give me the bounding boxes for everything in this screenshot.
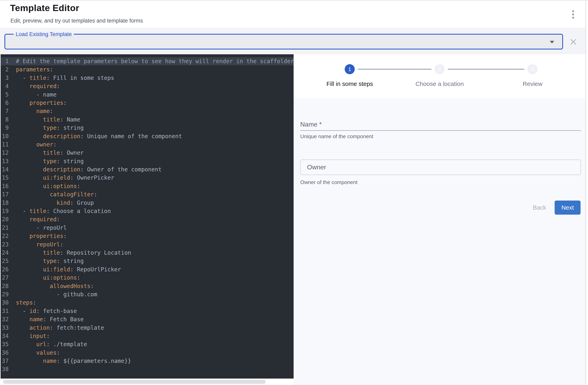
line-number: 20 [0,215,9,223]
line-number: 6 [0,99,9,107]
code-text: ui:field: RepoUrlPicker [16,265,121,274]
code-text: kind: Group [16,199,94,207]
name-helper-text: Unique name of the component [300,133,373,140]
code-line[interactable]: 36 values: [0,349,294,357]
more-options-button[interactable] [567,8,579,21]
scrollbar-thumb[interactable] [3,380,266,384]
step-1-indicator: 1 [345,64,355,74]
code-line[interactable]: 20 required: [0,215,294,223]
line-number: 36 [0,349,9,357]
code-line[interactable]: 17 catalogFilter: [0,190,294,198]
code-text: repoUrl: [16,240,63,249]
clear-template-button[interactable] [570,38,577,45]
window-right-border [586,0,586,385]
code-editor[interactable]: 1# Edit the template parameters below to… [0,54,294,379]
line-number: 9 [0,124,9,132]
code-line[interactable]: 21 - repoUrl [0,224,294,232]
code-line[interactable]: 35 url: ./template [0,340,294,348]
code-line[interactable]: 16 ui:options: [0,182,294,190]
code-text: name: Fetch Base [16,315,84,323]
code-line[interactable]: 3 - title: Fill in some steps [0,74,294,82]
line-number: 38 [0,365,9,373]
code-line[interactable]: 4 required: [0,82,294,90]
code-text: properties: [16,232,67,240]
code-text: description: Owner of the component [16,165,162,173]
line-number: 19 [0,207,9,215]
name-input[interactable]: Name * [300,118,581,133]
code-line[interactable]: 2parameters: [0,65,294,74]
code-text: type: string [16,124,84,132]
line-number: 16 [0,182,9,190]
code-line[interactable]: 5 - name [0,90,294,99]
line-number: 28 [0,282,9,290]
owner-combobox-label: Owner [307,160,326,175]
step-3-label: Review [523,81,542,87]
back-button[interactable]: Back [527,201,552,215]
code-line[interactable]: 38 [0,365,294,373]
code-line[interactable]: 33 action: fetch:template [0,324,294,332]
code-text: properties: [16,99,67,107]
horizontal-scrollbar[interactable] [0,379,294,385]
line-number: 13 [0,157,9,165]
owner-combobox[interactable]: Owner [300,160,581,175]
code-line[interactable]: 22 properties: [0,232,294,240]
code-line[interactable]: 25 type: string [0,257,294,265]
code-line[interactable]: 37 name: ${{parameters.name}} [0,357,294,365]
code-line[interactable]: 8 title: Name [0,115,294,124]
line-number: 11 [0,140,9,149]
template-editor-window: Template Editor Edit, preview, and try o… [0,0,588,385]
line-number: 10 [0,132,9,140]
code-line[interactable]: 24 title: Repository Location [0,249,294,257]
code-line[interactable]: 9 type: string [0,124,294,132]
line-number: 12 [0,149,9,157]
code-text: # Edit the template parameters below to … [16,57,294,65]
code-line[interactable]: 15 ui:field: OwnerPicker [0,173,294,182]
code-line[interactable]: 27 ui:options: [0,274,294,282]
code-line[interactable]: 29 - github.com [0,290,294,299]
code-line[interactable]: 28 allowedHosts: [0,282,294,290]
line-number: 30 [0,299,9,307]
form-preview-panel: 1 2 3 Fill in some steps Choose a locati… [294,54,586,385]
line-number: 5 [0,90,9,99]
code-line[interactable]: 13 type: string [0,157,294,165]
stepper-connector [448,69,524,70]
code-line[interactable]: 1# Edit the template parameters below to… [0,57,294,65]
code-line[interactable]: 11 owner: [0,140,294,149]
code-line[interactable]: 19 - title: Choose a location [0,207,294,215]
next-button[interactable]: Next [555,201,581,215]
code-line[interactable]: 31 - id: fetch-base [0,307,294,315]
code-text: type: string [16,157,84,165]
line-number: 22 [0,232,9,240]
line-number: 31 [0,307,9,315]
owner-helper-text: Owner of the component [300,179,357,186]
code-line[interactable]: 23 repoUrl: [0,240,294,249]
line-number: 18 [0,199,9,207]
code-text: title: Owner [16,149,84,157]
code-line[interactable]: 32 name: Fetch Base [0,315,294,323]
code-line[interactable]: 18 kind: Group [0,199,294,207]
line-number: 17 [0,190,9,198]
stepper-connector [358,69,431,70]
code-line[interactable]: 6 properties: [0,99,294,107]
code-text: name: [16,107,53,115]
step-3-indicator: 3 [527,64,538,74]
code-line[interactable]: 14 description: Owner of the component [0,165,294,173]
line-number: 1 [0,57,9,65]
line-number: 15 [0,173,9,182]
code-text: title: Repository Location [16,249,131,257]
load-existing-template-select[interactable]: Load Existing Template [4,34,563,49]
line-number: 33 [0,324,9,332]
code-line[interactable]: 26 ui:field: RepoUrlPicker [0,265,294,274]
code-line[interactable]: 30steps: [0,299,294,307]
code-line[interactable]: 34 input: [0,332,294,340]
line-number: 37 [0,357,9,365]
code-line[interactable]: 7 name: [0,107,294,115]
load-template-bar: Load Existing Template [0,29,586,54]
more-vert-icon [572,17,574,19]
code-line[interactable]: 12 title: Owner [0,149,294,157]
step-1-number: 1 [348,66,351,72]
line-number: 7 [0,107,9,115]
code-text: - title: Fill in some steps [16,74,114,82]
code-line[interactable]: 10 description: Unique name of the compo… [0,132,294,140]
line-number: 27 [0,274,9,282]
